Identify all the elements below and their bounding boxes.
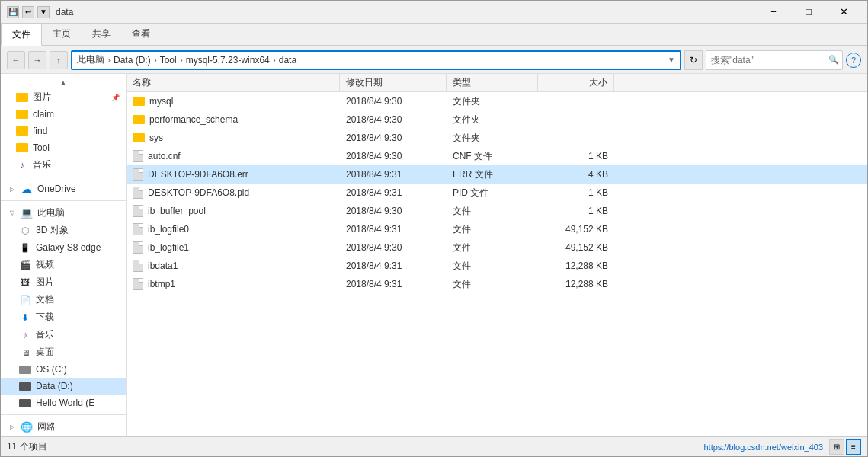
cloud-icon: ☁ bbox=[21, 183, 33, 195]
sidebar-item-pictures[interactable]: 图片 📌 bbox=[1, 88, 126, 106]
back-button[interactable]: ← bbox=[7, 51, 25, 69]
sidebar-label-pictures: 图片 bbox=[33, 91, 51, 104]
up-button[interactable]: ↑ bbox=[50, 51, 68, 69]
sidebar-item-onedrive[interactable]: ▷ ☁ OneDrive bbox=[1, 181, 126, 197]
scroll-up[interactable]: ▲ bbox=[1, 77, 126, 88]
sidebar-item-music2[interactable]: ♪ 音乐 bbox=[1, 326, 126, 344]
sidebar-label-claim: claim bbox=[33, 109, 54, 120]
file-size bbox=[538, 110, 614, 129]
table-row[interactable]: DESKTOP-9DFA6O8.err 2018/8/4 9:31 ERR 文件… bbox=[127, 165, 867, 184]
table-row[interactable]: sys 2018/8/4 9:30 文件夹 bbox=[127, 129, 867, 147]
sidebar-item-tool[interactable]: Tool bbox=[1, 139, 126, 156]
table-row[interactable]: mysql 2018/8/4 9:30 文件夹 bbox=[127, 92, 867, 110]
list-view-button[interactable]: ≡ bbox=[846, 439, 861, 455]
col-header-size[interactable]: 大小 bbox=[538, 74, 614, 91]
sidebar-item-datad[interactable]: Data (D:) bbox=[1, 378, 126, 395]
file-type: ERR 文件 bbox=[447, 165, 538, 184]
file-size bbox=[538, 92, 614, 110]
sidebar-label-network: 网路 bbox=[37, 420, 56, 433]
desktop-icon: 🖥 bbox=[19, 347, 31, 359]
file-type: 文件夹 bbox=[447, 129, 538, 147]
table-row[interactable]: performance_schema 2018/8/4 9:30 文件夹 bbox=[127, 110, 867, 129]
sidebar-label-galaxy: Galaxy S8 edge bbox=[36, 242, 101, 253]
tab-share[interactable]: 共享 bbox=[82, 24, 121, 45]
close-button[interactable]: ✕ bbox=[826, 1, 861, 24]
network-icon: 🌐 bbox=[21, 421, 33, 433]
file-size: 4 KB bbox=[538, 165, 614, 184]
status-count: 11 个项目 bbox=[7, 440, 697, 453]
grid-view-button[interactable]: ⊞ bbox=[829, 439, 844, 455]
sidebar-item-downloads[interactable]: ⬇ 下载 bbox=[1, 308, 126, 326]
file-icon bbox=[133, 260, 143, 272]
addr-part-datad: Data (D:) bbox=[114, 55, 151, 66]
sidebar-item-3dobjects[interactable]: ⬡ 3D 对象 bbox=[1, 222, 126, 239]
sidebar-item-osc[interactable]: OS (C:) bbox=[1, 361, 126, 378]
drive-e-icon bbox=[19, 397, 31, 409]
table-row[interactable]: ib_logfile1 2018/8/4 9:30 文件 49,152 KB bbox=[127, 238, 867, 257]
sidebar-item-network[interactable]: ▷ 🌐 网路 bbox=[1, 418, 126, 436]
tab-view[interactable]: 查看 bbox=[121, 24, 161, 45]
file-date: 2018/8/4 9:31 bbox=[340, 275, 447, 293]
file-name: DESKTOP-9DFA6O8.pid bbox=[127, 184, 340, 202]
help-button[interactable]: ? bbox=[846, 53, 861, 68]
sidebar-item-docs[interactable]: 📄 文档 bbox=[1, 291, 126, 308]
minimize-button[interactable]: − bbox=[756, 1, 791, 24]
sidebar-item-video[interactable]: 🎬 视频 bbox=[1, 256, 126, 273]
file-date: 2018/8/4 9:31 bbox=[340, 165, 447, 184]
table-row[interactable]: DESKTOP-9DFA6O8.pid 2018/8/4 9:31 PID 文件… bbox=[127, 184, 867, 202]
file-type: 文件 bbox=[447, 220, 538, 238]
folder-icon bbox=[133, 133, 145, 142]
address-bar[interactable]: 此电脑 › Data (D:) › Tool › mysql-5.7.23-wi… bbox=[71, 50, 681, 70]
window: 💾 ↩ ▼ data − □ ✕ 文件 主页 共享 查看 ← → ↑ 此电脑 ›… bbox=[0, 0, 868, 457]
file-type: CNF 文件 bbox=[447, 147, 538, 165]
address-dropdown-arrow[interactable]: ▼ bbox=[668, 56, 675, 64]
col-header-type[interactable]: 类型 bbox=[447, 74, 538, 91]
sidebar-item-thispc[interactable]: ▽ 💻 此电脑 bbox=[1, 204, 126, 222]
sidebar-item-galaxy[interactable]: 📱 Galaxy S8 edge bbox=[1, 239, 126, 256]
file-size: 1 KB bbox=[538, 184, 614, 202]
file-type: 文件 bbox=[447, 238, 538, 257]
col-header-name[interactable]: 名称 bbox=[127, 74, 340, 91]
view-buttons: ⊞ ≡ bbox=[829, 439, 861, 455]
sidebar: ▲ 图片 📌 claim find Tool bbox=[1, 74, 127, 436]
tab-home[interactable]: 主页 bbox=[42, 24, 82, 45]
sidebar-label-helloworld: Hello World (E bbox=[36, 398, 94, 408]
sidebar-item-pictures3[interactable]: 🖼 图片 bbox=[1, 273, 126, 291]
search-box[interactable]: 🔍 bbox=[706, 50, 843, 70]
table-row[interactable]: auto.cnf 2018/8/4 9:30 CNF 文件 1 KB bbox=[127, 147, 867, 165]
sidebar-label-osc: OS (C:) bbox=[36, 364, 67, 375]
file-date: 2018/8/4 9:31 bbox=[340, 257, 447, 275]
sidebar-item-helloworld[interactable]: Hello World (E bbox=[1, 395, 126, 411]
tab-file[interactable]: 文件 bbox=[1, 24, 42, 46]
sidebar-label-thispc: 此电脑 bbox=[37, 206, 65, 219]
quick-access-properties[interactable]: ▼ bbox=[37, 6, 50, 18]
table-row[interactable]: ibtmp1 2018/8/4 9:31 文件 12,288 KB bbox=[127, 275, 867, 293]
file-date: 2018/8/4 9:30 bbox=[340, 110, 447, 129]
file-size: 49,152 KB bbox=[538, 220, 614, 238]
sidebar-item-claim[interactable]: claim bbox=[1, 106, 126, 123]
search-icon[interactable]: 🔍 bbox=[828, 55, 839, 65]
search-input[interactable] bbox=[711, 55, 825, 66]
table-row[interactable]: ib_logfile0 2018/8/4 9:31 文件 49,152 KB bbox=[127, 220, 867, 238]
col-header-date[interactable]: 修改日期 bbox=[340, 74, 447, 91]
sidebar-label-desktop: 桌面 bbox=[36, 346, 54, 359]
maximize-button[interactable]: □ bbox=[791, 1, 826, 24]
file-name: ib_buffer_pool bbox=[127, 202, 340, 220]
file-icon bbox=[133, 241, 143, 254]
file-icon bbox=[133, 150, 143, 162]
file-size bbox=[538, 129, 614, 147]
sidebar-item-music[interactable]: ♪ 音乐 bbox=[1, 156, 126, 174]
refresh-button[interactable]: ↻ bbox=[684, 50, 703, 70]
table-row[interactable]: ibdata1 2018/8/4 9:31 文件 12,288 KB bbox=[127, 257, 867, 275]
quick-access-undo[interactable]: ↩ bbox=[22, 6, 34, 18]
sidebar-label-music2: 音乐 bbox=[36, 328, 54, 341]
sidebar-item-desktop[interactable]: 🖥 桌面 bbox=[1, 344, 126, 361]
sidebar-label-tool: Tool bbox=[33, 142, 50, 153]
file-size: 12,288 KB bbox=[538, 275, 614, 293]
table-row[interactable]: ib_buffer_pool 2018/8/4 9:30 文件 1 KB bbox=[127, 202, 867, 220]
folder-icon bbox=[16, 91, 28, 104]
quick-access-save[interactable]: 💾 bbox=[7, 6, 19, 18]
forward-button[interactable]: → bbox=[28, 51, 46, 69]
ribbon-tabs: 文件 主页 共享 查看 bbox=[1, 24, 867, 46]
sidebar-item-find[interactable]: find bbox=[1, 123, 126, 139]
